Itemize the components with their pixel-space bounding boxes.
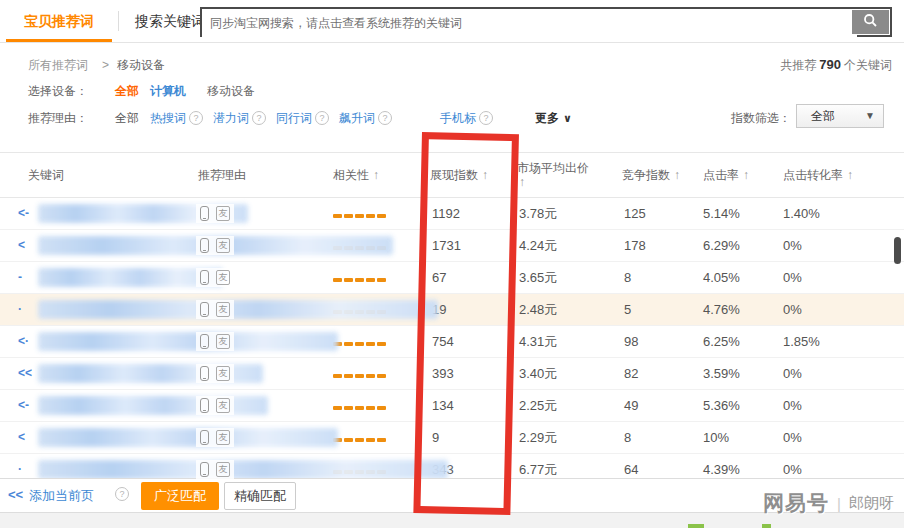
- device-option-mobile[interactable]: 移动设备: [207, 81, 255, 101]
- avg-price-value: 3.40元: [515, 365, 615, 383]
- more-label: 更多: [535, 111, 559, 125]
- header-impression-sort[interactable]: 展现指数↑: [424, 167, 515, 184]
- device-filter-row: 选择设备： 全部 计算机 移动设备: [0, 81, 904, 101]
- reason-icon-group: 友: [196, 428, 234, 447]
- reason-option-all[interactable]: 全部: [115, 106, 139, 130]
- header-keyword: 关键词: [0, 167, 195, 184]
- table-row[interactable]: <- 友 1192 3.78元 125 5.14% 1.40%: [0, 198, 904, 230]
- table-row[interactable]: · 友 343 6.77元 64 4.39% 0%: [0, 454, 904, 479]
- header-avg-price-sort[interactable]: 市场平均出价↑: [515, 161, 615, 189]
- exact-match-button[interactable]: 精确匹配: [224, 482, 296, 510]
- cropped-green-artifact: [762, 524, 771, 528]
- header-label: 点击率: [703, 168, 739, 182]
- watermark: 网易号 | 郎朗呀: [763, 489, 894, 517]
- reason-option-mobile-tag[interactable]: 手机标?: [440, 106, 493, 130]
- keyword-cell: <: [0, 422, 195, 453]
- device-option-all[interactable]: 全部: [115, 81, 139, 101]
- table-row[interactable]: <- 友 134 2.25元 49 5.36% 0%: [0, 390, 904, 422]
- keyword-prefix: ·: [18, 462, 22, 476]
- reason-icon-group: 友: [196, 236, 234, 255]
- vertical-scrollbar-thumb[interactable]: [894, 237, 901, 264]
- help-icon[interactable]: ?: [115, 487, 129, 501]
- breadcrumb-parent[interactable]: 所有推荐词: [28, 55, 88, 75]
- search-button[interactable]: [852, 10, 889, 34]
- relevance-dash: [333, 374, 342, 378]
- mobile-phone-icon: [200, 238, 209, 253]
- reason-badge-icon: 友: [216, 302, 230, 317]
- chevron-down-icon: ∨: [559, 112, 572, 124]
- dropdown-arrow-icon: ▼: [865, 105, 875, 127]
- relevance-dash: [355, 278, 364, 282]
- table-row[interactable]: < 友 9 2.29元 8 10% 0%: [0, 422, 904, 454]
- sort-asc-icon: ↑: [670, 168, 680, 182]
- relevance-dash: [333, 406, 342, 410]
- reason-badge-icon: 友: [216, 366, 230, 381]
- reason-option-potential[interactable]: 潜力词?: [213, 106, 266, 130]
- keyword-cell: <-: [0, 198, 195, 229]
- keyword-cell: <·: [0, 326, 195, 357]
- impression-index-value: 67: [424, 270, 515, 285]
- keyword-cell: -: [0, 262, 195, 293]
- cvr-value: 0%: [780, 270, 904, 285]
- more-filters-button[interactable]: 更多∨: [535, 106, 572, 130]
- table-row[interactable]: <· 友 754 4.31元 98 6.25% 1.85%: [0, 326, 904, 358]
- cvr-value: 0%: [780, 398, 904, 413]
- relevance-dash: [366, 214, 375, 218]
- relevance-dash: [355, 438, 364, 442]
- index-filter-dropdown[interactable]: 全部 ▼: [796, 104, 884, 128]
- reason-option-rising[interactable]: 飙升词?: [339, 106, 392, 130]
- header-ctr-sort[interactable]: 点击率↑: [700, 167, 780, 184]
- relevance-dash: [377, 278, 386, 282]
- mobile-phone-icon: [200, 206, 209, 221]
- relevance-cell: [320, 270, 424, 285]
- broad-match-button[interactable]: 广泛匹配: [141, 482, 219, 510]
- header-relevance-sort[interactable]: 相关性↑: [320, 167, 424, 184]
- collapse-arrows[interactable]: <<: [8, 487, 23, 502]
- keyword-count-summary: 共推荐790个关键词: [780, 55, 892, 75]
- keyword-tool-window: 宝贝推荐词 搜索关键词 所有推荐词 > 移动设备 共推荐790个关键词 选: [0, 0, 904, 528]
- cvr-value: 1.85%: [780, 334, 904, 349]
- reason-icon-group: 友: [196, 460, 234, 479]
- avg-price-value: 2.48元: [515, 301, 615, 319]
- device-option-pc[interactable]: 计算机: [150, 81, 186, 101]
- relevance-dash: [344, 438, 353, 442]
- impression-index-value: 1192: [424, 206, 515, 221]
- relevance-dash: [355, 406, 364, 410]
- keyword-prefix: <-: [18, 206, 29, 220]
- reason-option-label: 潜力词: [213, 111, 249, 125]
- table-row[interactable]: < 友 1731 4.24元 178 6.29% 0%: [0, 230, 904, 262]
- add-current-page-link[interactable]: 添加当前页: [29, 487, 94, 505]
- header-competition-sort[interactable]: 竞争指数↑: [615, 167, 700, 184]
- table-row[interactable]: · 友 19 2.48元 5 4.76% 0%: [0, 294, 904, 326]
- relevance-cell: [320, 206, 424, 221]
- table-header-row: 关键词 推荐理由 相关性↑ 展现指数↑ 市场平均出价↑ 竞争指数↑ 点击率↑ 点…: [0, 152, 904, 198]
- help-icon[interactable]: ?: [252, 111, 266, 125]
- relevance-dash: [333, 214, 342, 218]
- keyword-cell: ·: [0, 294, 195, 325]
- cvr-value: 1.40%: [780, 206, 904, 221]
- keyword-table: 关键词 推荐理由 相关性↑ 展现指数↑ 市场平均出价↑ 竞争指数↑ 点击率↑ 点…: [0, 152, 904, 479]
- reason-option-peer[interactable]: 同行词?: [276, 106, 329, 130]
- relevance-dash: [344, 278, 353, 282]
- help-icon[interactable]: ?: [479, 111, 493, 125]
- keyword-cell: <<: [0, 358, 195, 389]
- avg-price-value: 6.77元: [515, 461, 615, 479]
- help-icon[interactable]: ?: [378, 111, 392, 125]
- sort-asc-icon: ↑: [739, 168, 749, 182]
- mobile-phone-icon: [200, 334, 209, 349]
- tab-item-recommend[interactable]: 宝贝推荐词: [6, 0, 112, 42]
- reason-icons-cell: 友: [195, 396, 320, 416]
- search-input[interactable]: [202, 9, 857, 37]
- relevance-dash: [366, 342, 375, 346]
- header-cvr-sort[interactable]: 点击转化率↑: [780, 167, 904, 184]
- competition-index-value: 82: [615, 366, 700, 381]
- reason-option-hot[interactable]: 热搜词?: [150, 106, 203, 130]
- table-row[interactable]: - 友 67 3.65元 8 4.05% 0%: [0, 262, 904, 294]
- reason-icon-group: 友: [196, 300, 234, 319]
- table-row[interactable]: << 友 393 3.40元 82 3.59% 0%: [0, 358, 904, 390]
- help-icon[interactable]: ?: [189, 111, 203, 125]
- reason-badge-icon: 友: [216, 430, 230, 445]
- keyword-prefix: <·: [18, 334, 29, 348]
- mobile-phone-icon: [200, 302, 209, 317]
- help-icon[interactable]: ?: [315, 111, 329, 125]
